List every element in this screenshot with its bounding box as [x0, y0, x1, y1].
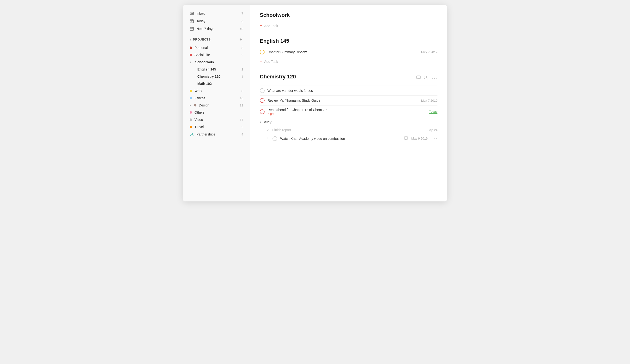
add-task-plus-icon: +: [260, 23, 262, 28]
task-label-read-ahead: Read ahead for Chapter 12 of Chem 202: [268, 108, 426, 112]
schoolwork-add-task-button[interactable]: + Add Task: [260, 21, 438, 30]
english145-count: 1: [242, 68, 243, 71]
sidebar-item-design[interactable]: ▸ Design 32: [185, 102, 248, 109]
others-label: Others: [194, 111, 241, 114]
task-date-read-ahead: Today: [429, 110, 438, 114]
chemistry-comment-icon[interactable]: [416, 75, 421, 81]
sidebar-item-math102[interactable]: Math 102: [185, 80, 248, 87]
schoolwork-add-task-label: Add Task: [264, 24, 278, 28]
svg-text:21: 21: [191, 21, 192, 22]
study-group-toggle[interactable]: ▾ Study:: [260, 118, 438, 126]
sidebar-item-social-life[interactable]: Social Life 2: [185, 51, 248, 58]
social-life-label: Social Life: [194, 53, 239, 57]
svg-rect-7: [404, 137, 408, 139]
fitness-label: Fitness: [194, 96, 238, 100]
sidebar-item-travel[interactable]: Travel 2: [185, 123, 248, 130]
sidebar-item-video[interactable]: Video 14: [185, 116, 248, 123]
schoolwork-chevron-icon: ▾: [190, 60, 191, 64]
projects-label: Projects: [193, 38, 237, 41]
travel-count: 2: [242, 125, 243, 129]
sidebar-item-inbox[interactable]: Inbox 7: [185, 9, 248, 17]
subtask-finish-check-icon[interactable]: ✓: [266, 128, 270, 132]
personal-count: 8: [242, 46, 243, 50]
task-read-ahead-content: Read ahead for Chapter 12 of Chem 202 Ni…: [268, 108, 426, 116]
chemistry-section: Chemistry 120: [260, 74, 438, 143]
task-more-dots-icon[interactable]: ···: [432, 136, 438, 141]
video-label: Video: [194, 118, 238, 122]
sidebar-item-fitness[interactable]: Fitness 16: [185, 94, 248, 102]
video-dot: [190, 118, 192, 121]
svg-rect-0: [190, 12, 194, 15]
projects-header[interactable]: ▾ Projects +: [185, 35, 248, 44]
inbox-icon: [190, 11, 194, 15]
task-read-ahead: Read ahead for Chapter 12 of Chem 202 Ni…: [260, 105, 438, 118]
task-circle-van-der-waals[interactable]: [260, 88, 264, 93]
today-label: Today: [196, 19, 239, 23]
svg-point-4: [191, 133, 192, 134]
design-count: 32: [240, 104, 243, 107]
drag-handle-icon[interactable]: ⠿: [266, 137, 269, 140]
add-project-button[interactable]: +: [238, 37, 243, 42]
projects-chevron-icon: ▾: [190, 37, 192, 41]
subtask-khan-date: May 9 2019: [411, 137, 428, 140]
sidebar-item-next7days[interactable]: Next 7 days 40: [185, 25, 248, 33]
sidebar-item-chemistry120[interactable]: Chemistry 120 4: [185, 73, 248, 80]
schoolwork-title: Schoolwork: [260, 12, 438, 18]
svg-rect-5: [416, 76, 420, 79]
work-count: 8: [242, 89, 243, 93]
english145-label: English 145: [197, 67, 239, 71]
today-count: 6: [242, 19, 243, 23]
fitness-dot: [190, 97, 192, 99]
sidebar-item-partnerships[interactable]: Partnerships 4: [185, 130, 248, 138]
subtask-khan-label: Watch Khan Academy video on combustion: [280, 137, 401, 141]
partnerships-count: 4: [242, 133, 243, 136]
task-sub-label-read-ahead: Night: [268, 112, 426, 116]
inbox-label: Inbox: [196, 11, 239, 15]
others-dot: [190, 111, 192, 114]
design-dot: [194, 104, 196, 106]
chemistry-more-icon[interactable]: ···: [432, 76, 438, 81]
personal-dot: [190, 46, 192, 49]
task-label-yharnam: Review Mr. Yharnam's Study Guide: [268, 99, 418, 102]
inbox-count: 7: [242, 12, 243, 15]
fitness-count: 16: [240, 96, 243, 100]
schoolwork-label: Schoolwork: [195, 60, 214, 64]
task-circle-chapter-summary[interactable]: [260, 50, 264, 54]
study-group-label: Study:: [263, 120, 272, 124]
sidebar-item-schoolwork[interactable]: ▾ Schoolwork: [185, 58, 248, 66]
english-add-task-plus-icon: +: [260, 59, 262, 64]
sidebar-item-english145[interactable]: English 145 1: [185, 66, 248, 73]
app-container: Inbox 7 21 Today 6: [183, 5, 447, 201]
task-date-yharnam: May 7 2019: [421, 99, 438, 102]
personal-label: Personal: [194, 46, 239, 50]
sidebar-item-work[interactable]: Work 8: [185, 87, 248, 94]
video-count: 14: [240, 118, 243, 122]
chemistry-title: Chemistry 120: [260, 74, 416, 80]
chemistry120-count: 4: [242, 75, 243, 78]
english-add-task-label: Add Task: [264, 60, 278, 64]
task-circle-yharnam[interactable]: [260, 98, 264, 103]
chemistry-add-person-icon[interactable]: [424, 75, 429, 81]
social-life-dot: [190, 54, 192, 56]
english-add-task-button[interactable]: + Add Task: [260, 57, 438, 66]
next7days-label: Next 7 days: [196, 27, 238, 31]
main-content: Schoolwork + Add Task English 145 Chapte…: [250, 5, 447, 201]
sidebar-item-others[interactable]: Others: [185, 109, 248, 116]
chemistry120-label: Chemistry 120: [197, 75, 239, 78]
design-chevron-icon: ▸: [190, 104, 191, 107]
sidebar-item-personal[interactable]: Personal 8: [185, 44, 248, 51]
task-label-van-der-waals: What are van der waals forces: [268, 89, 434, 93]
study-chevron-icon: ▾: [260, 120, 261, 124]
task-van-der-waals: What are van der waals forces: [260, 86, 438, 95]
task-comment-icon[interactable]: [404, 137, 408, 141]
social-life-count: 2: [242, 53, 243, 57]
svg-rect-3: [190, 27, 194, 30]
schoolwork-section: Schoolwork + Add Task: [260, 12, 438, 30]
math102-label: Math 102: [197, 82, 241, 86]
task-label-chapter-summary: Chapter Summary Review: [268, 50, 418, 54]
travel-dot: [190, 126, 192, 128]
task-circle-khan[interactable]: [272, 136, 277, 141]
task-circle-read-ahead[interactable]: [260, 109, 264, 114]
sidebar-item-today[interactable]: 21 Today 6: [185, 17, 248, 25]
partnerships-label: Partnerships: [196, 132, 239, 136]
